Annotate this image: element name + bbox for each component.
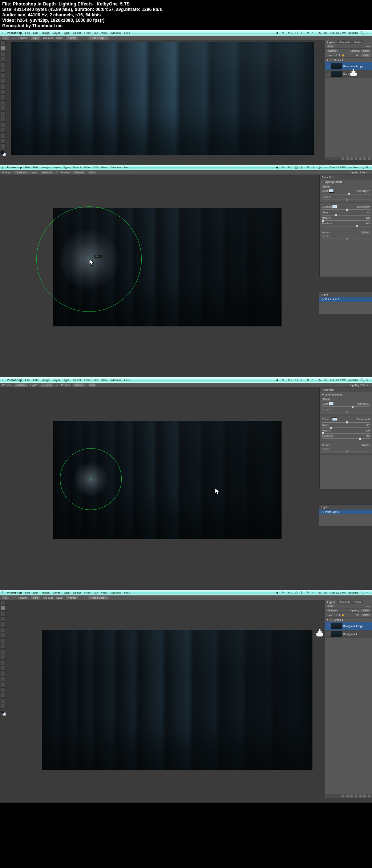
menubar-battery[interactable]: M 1 [288,591,292,594]
exposure-value[interactable]: 0 [368,205,370,208]
menubar-wifi-icon[interactable]: ⌔ [312,591,316,595]
menubar-bluetooth-icon[interactable]: ᛒ [301,166,304,169]
menu-window[interactable]: Window [110,591,121,594]
menu-image[interactable]: Image [41,591,49,594]
apple-menu-icon[interactable]:  [2,378,4,382]
intensity-slider[interactable] [322,406,370,407]
blend-mode[interactable]: Normal [327,49,338,52]
menu-view[interactable]: View [101,31,107,35]
menu-help[interactable]: Help [124,166,130,169]
marquee-tool[interactable] [1,606,6,611]
antialias-check[interactable]: Anti-alias [43,596,53,599]
intensity-value[interactable]: 51 [367,402,370,405]
colorize-swatch[interactable] [332,417,337,421]
dodge-tool[interactable] [1,671,6,676]
menubar-clock[interactable]: Tue 1:15 PM [330,378,347,382]
menu-image[interactable]: Image [41,31,49,35]
menubar-wifi-icon[interactable]: ⌔ [312,378,316,382]
layer-bg-copy[interactable]: Background copy [325,62,372,70]
menu-layer[interactable]: Layer [53,378,60,382]
menubar-display-icon[interactable]: ▢ [295,31,299,35]
adjustment-layer-icon[interactable] [355,157,357,160]
menu-edit[interactable]: Edit [33,591,38,594]
blend-mode[interactable]: Normal [327,609,338,612]
menubar-notification-icon[interactable]: ≡ [366,166,370,169]
properties-tab[interactable]: Properties [320,175,372,180]
menu-edit[interactable]: Edit [33,166,38,169]
menubar-notification-icon[interactable]: ≡ [366,591,370,595]
paths-tab[interactable]: Paths [352,40,363,44]
gradient-tool[interactable] [1,660,6,665]
menubar-clock[interactable]: Tue 1:16 PM [330,591,347,594]
visibility-toggle-icon[interactable] [327,624,329,627]
layer-mask-icon[interactable] [350,157,353,160]
gloss-slider[interactable] [322,215,370,216]
menu-app[interactable]: Photoshop [7,166,22,169]
menubar-clock[interactable]: Tue 1:14 PM [330,166,347,169]
menu-window[interactable]: Window [110,31,121,35]
trash-icon[interactable] [368,795,371,797]
metallic-slider[interactable] [322,220,370,221]
menubar-dropbox-icon[interactable]: ◆ [276,378,280,382]
feather-value[interactable]: 0 px [31,596,40,599]
menu-file[interactable]: File [25,591,30,594]
lights-add[interactable]: ✦ ☀ ⊙ [41,171,53,174]
canvas[interactable] [42,630,312,770]
apple-menu-icon[interactable]:  [2,31,4,35]
layer-filter-kind[interactable]: Kind [327,45,335,48]
menu-layer[interactable]: Layer [53,31,60,35]
exposure-value[interactable]: 0 [368,418,370,421]
layer-bg[interactable]: Background [325,630,372,638]
metallic-value[interactable]: -100 [365,429,370,432]
menubar-display-icon[interactable]: ▢ [295,378,299,382]
menu-select[interactable]: Select [73,378,81,382]
menubar-timemachine-icon[interactable]: ↻ [307,378,310,382]
light-visibility-icon[interactable] [322,511,324,513]
stamp-tool[interactable] [1,644,6,649]
properties-tab[interactable]: Properties [320,387,372,392]
menu-file[interactable]: File [25,378,30,382]
wand-tool[interactable] [1,57,6,62]
zoom-tool[interactable] [1,144,6,149]
type-tool[interactable] [1,682,6,687]
menu-3d[interactable]: 3D [94,31,98,35]
menubar-battery[interactable]: M 1 [288,31,292,35]
light-color-swatch[interactable] [329,189,334,193]
link-layers-icon[interactable] [341,157,344,160]
menu-view[interactable]: View [101,166,107,169]
lasso-tool[interactable] [1,611,6,616]
opacity-value[interactable]: 100% [361,49,371,52]
blur-tool[interactable] [1,106,6,111]
menu-type[interactable]: Type [63,31,69,35]
layer-group[interactable]: Group 1 [325,618,372,622]
menubar-volume-icon[interactable]: 🔈 [318,591,322,595]
refine-edge-button[interactable]: Refine Edge... [88,36,109,40]
menu-layer[interactable]: Layer [53,591,60,594]
menu-view[interactable]: View [101,378,107,382]
history-brush-tool[interactable] [1,89,6,95]
eyedropper-tool[interactable] [1,68,6,73]
preview-check[interactable]: Preview [61,171,70,174]
menu-filter[interactable]: Filter [84,591,91,594]
exposure-slider[interactable] [322,422,370,423]
fill-value[interactable]: 100% [361,54,371,57]
menu-help[interactable]: Help [124,591,130,594]
menubar-battery[interactable]: M 1 [288,166,292,169]
blur-tool[interactable] [1,666,6,671]
refine-edge-button[interactable]: Refine Edge... [88,596,109,599]
light-type-select[interactable]: Point [322,398,331,401]
presets-select[interactable]: Custom [15,171,28,174]
menu-type[interactable]: Type [63,591,69,594]
menubar-dropbox-icon[interactable]: ◆ [276,591,280,595]
menu-app[interactable]: Photoshop [7,31,22,35]
menubar-battery-icon[interactable]: ▭ [324,378,328,382]
antialias-check[interactable]: Anti-alias [43,37,53,39]
menubar-dropbox-icon[interactable]: ◆ [276,31,280,35]
presets-select[interactable]: Custom [15,383,28,387]
light-center-handle[interactable] [90,478,92,480]
light-widget[interactable] [60,448,122,510]
tool-indicator[interactable]: ▭ [2,36,9,40]
path-tool[interactable] [1,687,6,692]
menubar-notification-icon[interactable]: ≡ [366,378,370,382]
menu-view[interactable]: View [101,591,107,594]
